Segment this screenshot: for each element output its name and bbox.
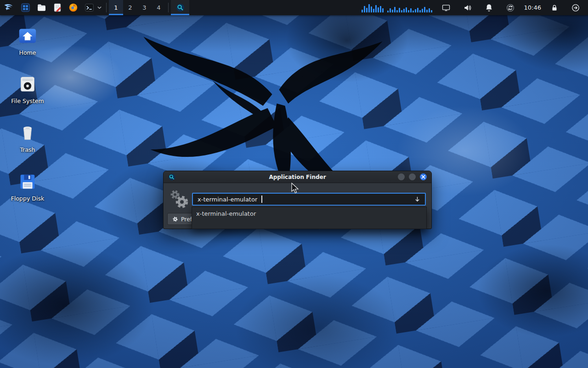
desktop-icon-label: Floppy Disk [11, 195, 44, 202]
titlebar[interactable]: Application Finder [164, 171, 431, 183]
terminal-dropdown-button[interactable] [95, 0, 104, 15]
minimize-button[interactable] [398, 173, 405, 180]
gear-icon [172, 216, 178, 222]
trash-icon [17, 122, 38, 144]
file-manager-icon [37, 3, 46, 12]
audio-visualizer[interactable] [362, 3, 432, 12]
workspace-label: 1 [114, 4, 118, 11]
terminal-icon [85, 3, 94, 12]
logout-button[interactable] [568, 3, 583, 12]
chevron-down-icon [97, 5, 102, 10]
firefox-icon [68, 3, 78, 12]
search-input[interactable]: x-terminal-emulator [192, 193, 426, 206]
volume-button[interactable] [460, 3, 475, 12]
floppy-disk-icon [17, 171, 38, 192]
launcher-firefox[interactable] [65, 0, 81, 15]
sync-icon [506, 3, 515, 12]
workspace-2[interactable]: 2 [123, 0, 137, 15]
notifications-icon [485, 3, 493, 12]
notifications-button[interactable] [481, 3, 497, 12]
panel-separator [168, 3, 169, 12]
panel-right: 10:46 [362, 0, 588, 15]
desktop-icon-floppy-disk[interactable]: Floppy Disk [6, 171, 49, 202]
panel-left: 1 2 3 4 [0, 0, 189, 15]
completion-popup: x-terminal-emulator [192, 207, 427, 229]
session-logout-icon [571, 3, 580, 12]
text-editor-icon [53, 3, 62, 12]
kali-menu-icon [3, 2, 14, 13]
workspace-label: 3 [142, 4, 146, 11]
window-title: Application Finder [164, 174, 431, 180]
taskbar-application-finder[interactable] [171, 0, 189, 15]
workspace-label: 4 [157, 4, 160, 11]
desktop-icon-label: Trash [20, 146, 35, 153]
workspace-4[interactable]: 4 [152, 0, 166, 15]
window-controls [398, 173, 427, 180]
display-settings-button[interactable] [438, 3, 454, 12]
kali-menu-button[interactable] [0, 0, 17, 15]
lock-screen-button[interactable] [547, 4, 562, 12]
application-finder-icon [176, 3, 185, 12]
desktop-icon-label: File System [11, 98, 44, 104]
sync-status-button[interactable] [503, 3, 518, 12]
launcher-file-manager[interactable] [34, 0, 50, 15]
volume-icon [463, 3, 472, 12]
desktop-icon-label: Home [19, 49, 36, 56]
desktop-icon-home[interactable]: Home [6, 25, 49, 56]
visualizer-bars-a [362, 3, 384, 12]
desktop: Home File System Trash Floppy Disk [0, 0, 588, 368]
launcher-dashboard[interactable] [17, 0, 34, 15]
launcher-text-editor[interactable] [50, 0, 65, 15]
home-icon [17, 25, 38, 46]
desktop-icon-trash[interactable]: Trash [6, 122, 49, 153]
arrow-down-icon [414, 196, 420, 202]
panel-clock[interactable]: 10:46 [524, 4, 541, 11]
entry-dropdown-button[interactable] [411, 194, 423, 204]
lock-icon [550, 4, 559, 12]
dashboard-icon [21, 3, 30, 12]
visualizer-bars-b [387, 3, 432, 12]
close-button[interactable] [420, 173, 427, 180]
top-panel: 1 2 3 4 [0, 0, 588, 15]
workspace-1[interactable]: 1 [109, 0, 123, 15]
completion-item[interactable]: x-terminal-emulator [192, 207, 426, 220]
close-icon [421, 175, 425, 179]
gears-icon [167, 188, 192, 210]
panel-separator [106, 3, 107, 12]
desktop-icon-file-system[interactable]: File System [6, 74, 49, 104]
search-input-value: x-terminal-emulator [198, 196, 257, 203]
mouse-cursor [291, 183, 300, 195]
display-icon [441, 3, 451, 12]
workspace-label: 2 [128, 4, 132, 11]
text-caret [261, 196, 262, 203]
file-system-icon [17, 74, 38, 95]
maximize-button[interactable] [409, 173, 416, 180]
application-finder-icon [168, 173, 175, 181]
launcher-terminal[interactable] [81, 0, 95, 15]
workspace-3[interactable]: 3 [137, 0, 152, 15]
